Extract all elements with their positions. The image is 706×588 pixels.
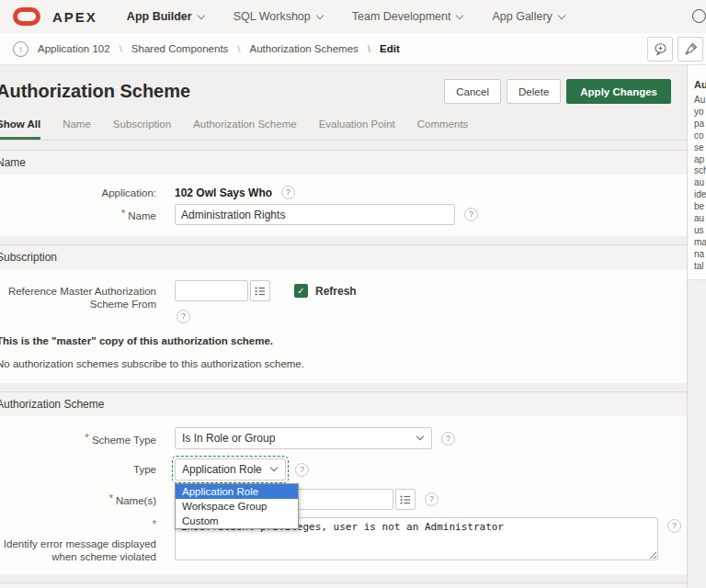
scheme-type-select[interactable]: Is In Role or Group [175,427,432,449]
name-label: Name [0,207,162,222]
search-icon[interactable] [692,9,706,23]
delete-button[interactable]: Delete [507,79,561,104]
tab-comments[interactable]: Comments [417,119,469,140]
cancel-button[interactable]: Cancel [444,79,501,104]
crumb-actions-area [400,33,706,64]
lov-picker-button[interactable] [250,280,270,301]
nav-label: Team Development [352,10,451,23]
breadcrumb-shared-components[interactable]: Shared Components [120,43,229,54]
tab-subscription[interactable]: Subscription [113,119,171,140]
dropdown-option-workspace-group[interactable]: Workspace Group [176,499,298,514]
feedback-bubble-icon [654,42,667,56]
section-name-body: Application: 102 Owl Says Who ? Name ? [0,175,687,236]
chevron-down-icon [197,11,204,18]
tab-authorization-scheme[interactable]: Authorization Scheme [193,119,297,140]
breadcrumb-bar: ↑ Application 102 Shared Components Auth… [0,33,706,65]
type-label: Type [0,463,162,476]
nav-app-gallery[interactable]: App Gallery [492,10,564,23]
application-label: Application: [0,187,162,199]
chevron-down-icon [270,464,278,471]
nav-sql-workshop[interactable]: SQL Workshop [233,10,323,23]
help-panel-heading: Au [694,79,706,90]
oracle-logo-icon [13,7,40,26]
help-icon[interactable]: ? [667,519,681,533]
scheme-type-label: Scheme Type [0,431,162,447]
lov-picker-button[interactable] [395,489,416,510]
help-icon[interactable]: ? [176,310,190,323]
feedback-button[interactable] [647,37,673,62]
nav-label: App Builder [127,10,192,23]
breadcrumb-application[interactable]: Application 102 [38,43,110,54]
nav-app-builder[interactable]: App Builder [127,10,204,23]
section-header-name: Name [0,150,687,175]
list-icon [400,494,411,505]
help-icon[interactable]: ? [295,463,309,477]
dropdown-option-custom[interactable]: Custom [176,514,298,528]
master-copy-message: This is the "master" copy of this author… [0,335,687,346]
reference-master-input[interactable] [175,280,248,301]
help-icon[interactable]: ? [281,186,295,199]
dropdown-option-application-role[interactable]: Application Role [176,484,298,499]
type-dropdown-menu: Application Role Workspace Group Custom [175,483,299,529]
tab-name[interactable]: Name [63,119,91,140]
nav-team-development[interactable]: Team Development [352,10,463,23]
help-icon[interactable]: ? [464,208,478,221]
type-select[interactable]: Application Role [175,458,286,481]
apply-changes-button[interactable]: Apply Changes [566,79,671,104]
refresh-checkbox[interactable]: ✓ [294,284,308,298]
help-panel-lower-area [688,280,706,588]
refresh-label: Refresh [315,285,357,298]
region-tabs: Show All Name Subscription Authorization… [0,109,687,141]
no-subscribers-message: No authorization schemes subscribe to th… [0,358,687,369]
tab-evaluation-point[interactable]: Evaluation Point [319,119,395,140]
tab-show-all[interactable]: Show All [0,119,40,140]
help-icon[interactable]: ? [425,492,438,506]
name-input[interactable] [175,204,455,225]
flashlight-icon [684,42,698,56]
up-arrow-icon[interactable]: ↑ [13,41,28,57]
help-panel-text: Au yo pa co se ap sch au ide be au us ma… [694,95,706,273]
chevron-down-icon [558,11,565,18]
chevron-down-icon [456,11,463,18]
page-title: Authorization Scheme [0,81,438,102]
application-value: 102 Owl Says Who [175,187,272,199]
nav-label: SQL Workshop [233,10,311,23]
error-message-label: * Identify error message displayed when … [0,517,162,563]
nav-label: App Gallery [492,10,552,23]
chevron-down-icon [416,433,424,440]
help-panel: Au Au yo pa co se ap sch au ide be au us… [687,65,706,588]
type-value: Application Role [182,463,262,476]
breadcrumb-edit: Edit [368,43,400,54]
breadcrumb-authorization-schemes[interactable]: Authorization Schemes [237,43,358,54]
section-header-evaluation-point: Evaluation Point [0,582,687,588]
section-header-authorization-scheme: Authorization Scheme [0,391,687,416]
app-header: APEX App Builder SQL Workshop Team Devel… [0,0,706,33]
apex-brand: APEX [52,9,97,25]
scheme-type-value: Is In Role or Group [182,432,275,445]
help-icon[interactable]: ? [441,432,455,446]
main-content: Authorization Scheme Cancel Delete Apply… [0,65,687,588]
section-subscription-body: Reference Master Authorization Scheme Fr… [0,269,687,383]
chevron-down-icon [316,11,324,18]
section-authorization-body: Scheme Type Is In Role or Group ? Type A… [0,416,687,574]
names-label: Name(s) [0,492,162,507]
list-icon [255,286,266,297]
required-asterisk: * [0,517,156,530]
reference-master-label: Reference Master Authorization Scheme Fr… [0,280,162,311]
section-header-subscription: Subscription [0,244,687,269]
spotlight-button[interactable] [678,37,703,62]
